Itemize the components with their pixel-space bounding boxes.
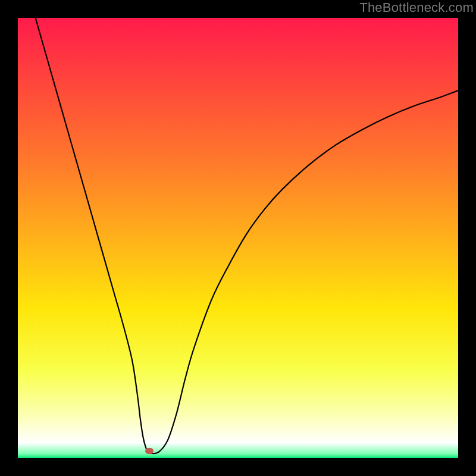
minimum-marker bbox=[145, 448, 154, 454]
chart-frame: TheBottleneck.com bbox=[0, 0, 476, 476]
watermark-text: TheBottleneck.com bbox=[359, 0, 474, 15]
plot-area bbox=[18, 18, 458, 458]
chart-svg bbox=[18, 18, 458, 458]
gradient-background bbox=[18, 18, 458, 458]
